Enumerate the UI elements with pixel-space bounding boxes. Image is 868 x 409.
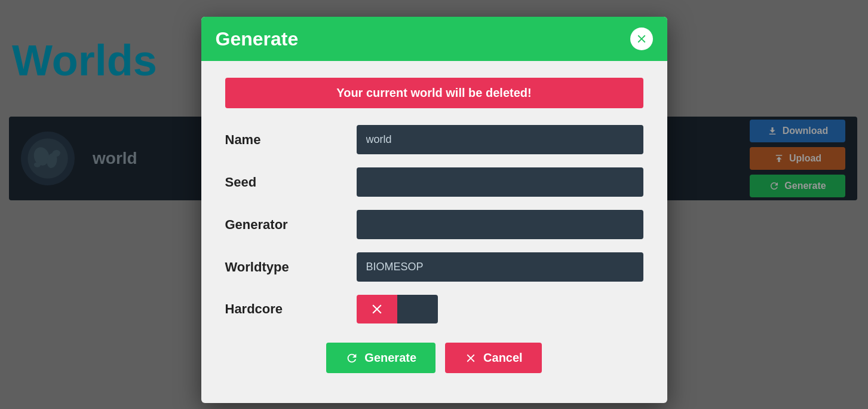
cancel-button[interactable]: Cancel: [445, 343, 542, 373]
seed-label: Seed: [225, 175, 357, 190]
name-input[interactable]: [357, 125, 643, 154]
hardcore-row: Hardcore: [225, 295, 643, 323]
modal-header: Generate: [201, 17, 667, 61]
modal-footer: Generate Cancel: [225, 337, 643, 379]
generate-icon: [345, 352, 358, 365]
close-x-icon: [635, 32, 648, 45]
toggle-x-icon: [369, 301, 385, 317]
worldtype-row: Worldtype: [225, 252, 643, 282]
hardcore-toggle-off[interactable]: [397, 295, 438, 323]
hardcore-toggle: [357, 295, 438, 323]
generator-input[interactable]: [357, 210, 643, 239]
generator-row: Generator: [225, 210, 643, 239]
seed-input[interactable]: [357, 167, 643, 197]
worldtype-input[interactable]: [357, 252, 643, 282]
name-label: Name: [225, 132, 357, 148]
modal-close-button[interactable]: [630, 28, 653, 50]
worldtype-label: Worldtype: [225, 260, 357, 275]
warning-banner: Your current world will be deleted!: [225, 78, 643, 108]
generate-confirm-button[interactable]: Generate: [326, 343, 435, 373]
generator-label: Generator: [225, 217, 357, 233]
modal-body: Your current world will be deleted! Name…: [201, 61, 667, 403]
hardcore-label: Hardcore: [225, 301, 357, 317]
seed-row: Seed: [225, 167, 643, 197]
generate-modal: Generate Your current world will be dele…: [201, 17, 667, 403]
name-row: Name: [225, 125, 643, 154]
modal-title: Generate: [216, 28, 299, 50]
cancel-x-icon: [464, 352, 477, 365]
hardcore-toggle-on[interactable]: [357, 295, 397, 323]
